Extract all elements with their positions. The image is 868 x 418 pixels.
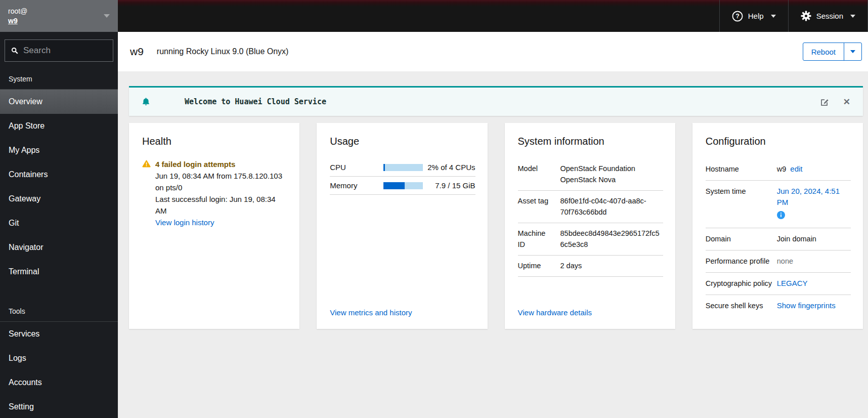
- info-row-machine-id: Machine ID85bdeec8d49843e2965172fc56c5e3…: [518, 223, 663, 256]
- config-value: LEGACY: [777, 278, 851, 289]
- config-label: Performance profile: [706, 256, 773, 267]
- usage-row-memory: Memory7.9 / 15 GiB: [330, 177, 475, 195]
- nav-list: ServicesLogsAccountsSetting: [0, 322, 118, 418]
- session-menu[interactable]: Session: [788, 0, 868, 32]
- view-login-history-link[interactable]: View login history: [155, 218, 214, 227]
- page-header: w9 running Rocky Linux 9.0 (Blue Onyx) R…: [118, 32, 868, 71]
- sidebar: root@ w9 SystemOverviewApp StoreMy AppsC…: [0, 0, 118, 418]
- config-label: Cryptographic policy: [706, 278, 773, 289]
- question-circle-icon: ?: [732, 11, 743, 22]
- config-text-value: w9: [777, 165, 787, 173]
- sidebar-item-logs[interactable]: Logs: [0, 346, 118, 370]
- info-value: 86f0e1fd-c04c-407d-aa8c-70f763c66bdd: [560, 195, 663, 218]
- gear-icon: [801, 11, 811, 21]
- help-menu[interactable]: ? Help: [719, 0, 788, 32]
- config-label: System time: [706, 186, 773, 222]
- info-row-uptime: Uptime2 days: [518, 256, 663, 277]
- search-box[interactable]: [5, 39, 113, 62]
- chevron-down-icon: [850, 15, 855, 18]
- config-text-value: Join domain: [777, 235, 816, 243]
- alert-title: Welcome to Huawei Cloud Service: [185, 97, 326, 106]
- sidebar-nav: SystemOverviewApp StoreMy AppsContainers…: [0, 68, 118, 418]
- user-label: root@: [8, 7, 27, 16]
- config-row-domain: DomainJoin domain: [706, 228, 851, 250]
- user-host-dropdown[interactable]: root@ w9: [0, 0, 118, 32]
- system-info-rows: ModelOpenStack Foundation OpenStack Nova…: [518, 158, 663, 277]
- sidebar-item-containers[interactable]: Containers: [0, 162, 118, 187]
- usage-card: Usage CPU2% of 4 CPUsMemory7.9 / 15 GiB …: [317, 123, 487, 329]
- config-row-cryptographic-policy: Cryptographic policyLEGACY: [706, 273, 851, 295]
- config-value: Jun 20, 2024, 4:51 PM: [777, 186, 851, 222]
- health-card: Health 4 failed login attempts Jun 19, 0…: [129, 123, 299, 329]
- nav-section-label: Tools: [0, 300, 118, 322]
- sidebar-item-navigator[interactable]: Navigator: [0, 235, 118, 260]
- usage-value: 2% of 4 CPUs: [427, 163, 475, 172]
- config-row-hostname: Hostnamew9edit: [706, 158, 851, 181]
- sidebar-item-accounts[interactable]: Accounts: [0, 370, 118, 395]
- svg-text:?: ?: [735, 13, 740, 20]
- system-info-card: System information ModelOpenStack Founda…: [505, 123, 675, 329]
- nav-section-tools: ToolsServicesLogsAccountsSetting: [0, 300, 118, 418]
- info-row-asset-tag: Asset tag86f0e1fd-c04c-407d-aa8c-70f763c…: [518, 191, 663, 223]
- edit-alert-button[interactable]: [820, 97, 830, 107]
- config-muted-value: none: [777, 257, 793, 265]
- info-label: Model: [518, 163, 553, 185]
- bell-icon: [142, 97, 150, 106]
- config-value: w9edit: [777, 163, 851, 175]
- chevron-down-icon: [850, 50, 855, 53]
- info-label: Asset tag: [518, 195, 553, 218]
- sidebar-item-services[interactable]: Services: [0, 322, 118, 346]
- config-row-performance-profile: Performance profilenone: [706, 250, 851, 273]
- config-value: Join domain: [777, 233, 851, 244]
- sidebar-item-setting[interactable]: Setting: [0, 395, 118, 418]
- sidebar-item-overview[interactable]: Overview: [0, 90, 118, 114]
- info-circle-icon: [777, 211, 785, 219]
- config-row-system-time: System timeJun 20, 2024, 4:51 PM: [706, 181, 851, 228]
- info-value: 85bdeec8d49843e2965172fc56c5e3c8: [560, 228, 663, 250]
- config-label: Domain: [706, 233, 773, 244]
- usage-progress-fill: [383, 182, 404, 189]
- usage-label: CPU: [330, 163, 383, 172]
- usage-card-title: Usage: [330, 136, 475, 147]
- sidebar-item-my-apps[interactable]: My Apps: [0, 138, 118, 162]
- page-title: w9: [130, 46, 144, 58]
- config-label: Secure shell keys: [706, 300, 773, 311]
- usage-value: 7.9 / 15 GiB: [435, 181, 475, 190]
- config-link-show-fingerprints[interactable]: Show fingerprints: [777, 301, 836, 310]
- reboot-button[interactable]: Reboot: [803, 43, 844, 60]
- config-link-edit[interactable]: edit: [790, 164, 802, 173]
- host-label: w9: [8, 16, 27, 26]
- info-row-model: ModelOpenStack Foundation OpenStack Nova: [518, 158, 663, 191]
- warning-triangle-icon: [142, 158, 151, 227]
- usage-progress-fill: [383, 164, 384, 171]
- usage-progress-bar: [383, 164, 423, 171]
- usage-label: Memory: [330, 181, 383, 190]
- config-link-jun-20-2024-4-51-pm[interactable]: Jun 20, 2024, 4:51 PM: [777, 187, 840, 206]
- sidebar-item-git[interactable]: Git: [0, 211, 118, 235]
- nav-section-label: System: [0, 68, 118, 90]
- welcome-alert: Welcome to Huawei Cloud Service ✕: [129, 86, 863, 116]
- health-card-title: Health: [142, 136, 287, 147]
- reboot-dropdown-toggle[interactable]: [844, 43, 861, 60]
- sidebar-item-app-store[interactable]: App Store: [0, 114, 118, 138]
- info-label: Machine ID: [518, 228, 553, 250]
- view-metrics-link[interactable]: View metrics and history: [330, 308, 475, 317]
- sidebar-item-terminal[interactable]: Terminal: [0, 260, 118, 284]
- failed-logins-title: 4 failed login attempts: [155, 158, 287, 170]
- health-detail-line: Last successful login: Jun 19, 08:34 AM: [155, 193, 287, 217]
- info-value: 2 days: [560, 260, 663, 271]
- chevron-down-icon: [104, 14, 110, 18]
- close-alert-button[interactable]: ✕: [843, 98, 850, 106]
- config-link-legacy[interactable]: LEGACY: [777, 279, 808, 287]
- system-info-card-title: System information: [518, 136, 663, 147]
- view-hardware-link[interactable]: View hardware details: [518, 308, 663, 317]
- system-time-info-button[interactable]: [777, 211, 851, 222]
- usage-rows: CPU2% of 4 CPUsMemory7.9 / 15 GiB: [330, 158, 475, 195]
- configuration-card: Configuration Hostnamew9editSystem timeJ…: [692, 123, 863, 329]
- sidebar-item-gateway[interactable]: Gateway: [0, 187, 118, 211]
- help-label: Help: [748, 12, 764, 20]
- health-details: Jun 19, 08:34 AM from 175.8.120.103 on p…: [155, 170, 287, 217]
- search-input[interactable]: [23, 46, 107, 56]
- reboot-split-button: Reboot: [803, 43, 862, 61]
- info-label: Uptime: [518, 260, 553, 271]
